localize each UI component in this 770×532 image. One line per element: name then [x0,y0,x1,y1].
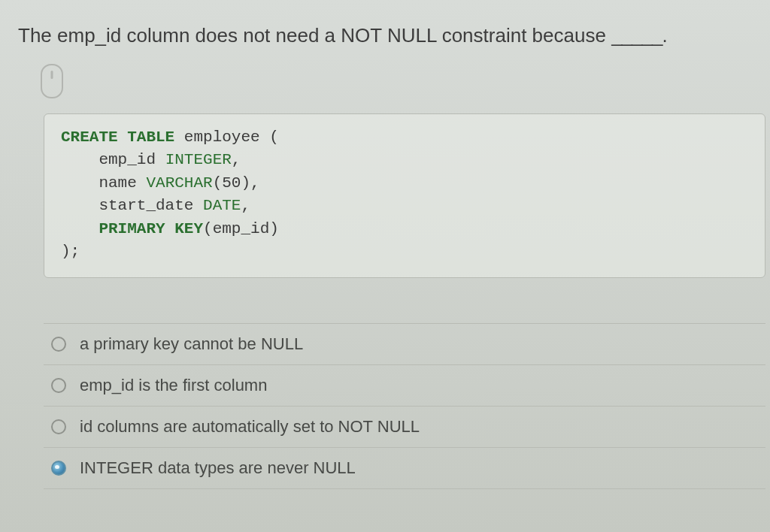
code-identifier: emp_id [61,151,165,168]
option-label: id columns are automatically set to NOT … [80,417,420,437]
code-keyword: CREATE TABLE [61,128,174,146]
code-punct: (emp_id) [203,220,279,237]
mouse-scroll-icon[interactable] [41,64,63,98]
option-label: a primary key cannot be NULL [80,334,303,354]
radio-icon[interactable] [51,461,66,476]
fill-blank: _____. [611,24,667,47]
option-a[interactable]: a primary key cannot be NULL [44,323,765,364]
radio-icon[interactable] [51,337,66,352]
question-prompt: The emp_id column does not need a NOT NU… [18,24,770,47]
code-type: INTEGER [165,151,232,168]
answer-options: a primary key cannot be NULL emp_id is t… [44,323,765,489]
code-identifier: name [61,174,146,192]
option-label: emp_id is the first column [80,376,267,395]
code-block: CREATE TABLE employee ( emp_id INTEGER, … [44,113,765,278]
code-identifier: employee ( [174,128,279,146]
question-text: The emp_id column does not need a NOT NU… [18,24,606,47]
option-d[interactable]: INTEGER data types are never NULL [44,447,765,489]
code-type: DATE [203,197,241,214]
code-identifier: start_date [61,197,203,214]
code-punct: , [241,197,250,214]
code-type: VARCHAR [146,174,212,192]
option-b[interactable]: emp_id is the first column [44,364,765,406]
option-c[interactable]: id columns are automatically set to NOT … [44,406,765,447]
code-punct: ); [61,243,80,260]
option-label: INTEGER data types are never NULL [80,458,356,478]
radio-icon[interactable] [51,378,66,393]
code-punct: , [232,151,241,168]
code-keyword: PRIMARY KEY [61,220,203,237]
radio-icon[interactable] [51,419,66,434]
code-punct: (50), [213,174,260,192]
